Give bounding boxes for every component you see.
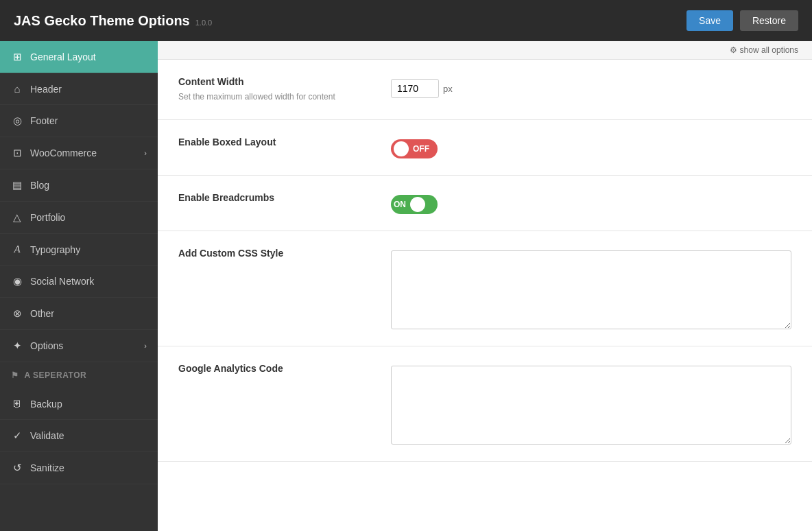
sidebar-item-label: Options: [30, 340, 63, 351]
content-width-section: Content Width Set the maximum allowed wi…: [158, 60, 812, 120]
sidebar-item-label: General Layout: [30, 51, 96, 62]
content-width-input[interactable]: [391, 79, 439, 98]
sidebar-separator: ⚑ A SEPERATOR: [0, 362, 158, 388]
validate-icon: ✓: [11, 429, 23, 442]
sidebar-item-validate[interactable]: ✓ Validate: [0, 420, 158, 452]
show-all-bar[interactable]: ⚙ show all options: [158, 41, 812, 60]
header-icon: ⌂: [11, 83, 23, 95]
toggle-label: OFF: [413, 144, 429, 154]
portfolio-icon: △: [11, 211, 23, 224]
typography-icon: A: [11, 244, 23, 255]
breadcrumbs-label-group: Enable Breadcrumbs: [178, 192, 370, 207]
toggle-label: ON: [394, 200, 406, 209]
separator-label: A SEPERATOR: [25, 370, 87, 380]
sidebar-item-label: Typography: [30, 244, 80, 255]
content-width-label-group: Content Width Set the maximum allowed wi…: [178, 76, 370, 103]
options-icon: ✦: [11, 340, 23, 352]
sidebar-item-header[interactable]: ⌂ Header: [0, 73, 158, 105]
app-version: 1.0.0: [195, 19, 212, 27]
sidebar-item-footer[interactable]: ◎ Footer: [0, 105, 158, 137]
analytics-section: Google Analytics Code: [158, 346, 812, 462]
blog-icon: ▤: [11, 179, 23, 191]
sidebar-item-portfolio[interactable]: △ Portfolio: [0, 202, 158, 234]
header-actions: Save Restore: [686, 10, 798, 31]
separator-icon: ⚑: [11, 370, 19, 380]
custom-css-control: [391, 248, 791, 329]
content-width-title: Content Width: [178, 76, 370, 87]
save-button[interactable]: Save: [686, 10, 733, 31]
content-area: ⚙ show all options Content Width Set the…: [158, 41, 812, 531]
boxed-layout-control: OFF: [391, 137, 791, 158]
analytics-title: Google Analytics Code: [178, 363, 370, 374]
content-width-control: px: [391, 76, 791, 98]
content-width-unit: px: [443, 84, 453, 94]
content-width-description: Set the maximum allowed width for conten…: [178, 91, 370, 103]
sidebar-item-label: Social Network: [30, 276, 94, 287]
sidebar-item-social-network[interactable]: ◉ Social Network: [0, 266, 158, 298]
breadcrumbs-toggle[interactable]: ON: [391, 195, 438, 214]
app-title: JAS Gecko Theme Options: [14, 13, 190, 29]
sidebar-item-label: WooCommerce: [30, 148, 97, 158]
sidebar: ⊞ General Layout ⌂ Header ◎ Footer ⊡ Woo…: [0, 41, 158, 531]
sidebar-item-blog[interactable]: ▤ Blog: [0, 169, 158, 202]
custom-css-title: Add Custom CSS Style: [178, 248, 370, 259]
breadcrumbs-control: ON: [391, 192, 791, 214]
custom-css-label-group: Add Custom CSS Style: [178, 248, 370, 263]
sidebar-item-other[interactable]: ⊗ Other: [0, 298, 158, 330]
sidebar-item-options[interactable]: ✦ Options ›: [0, 330, 158, 362]
sidebar-item-label: Blog: [30, 180, 49, 191]
backup-icon: ⛨: [11, 398, 23, 410]
chevron-right-icon: ›: [144, 342, 147, 350]
sidebar-item-general-layout[interactable]: ⊞ General Layout: [0, 41, 158, 73]
sidebar-item-label: Other: [30, 308, 54, 319]
breadcrumbs-section: Enable Breadcrumbs ON: [158, 176, 812, 231]
main-layout: ⊞ General Layout ⌂ Header ◎ Footer ⊡ Woo…: [0, 41, 812, 531]
sidebar-item-typography[interactable]: A Typography: [0, 234, 158, 266]
other-icon: ⊗: [11, 307, 23, 320]
show-all-label: show all options: [740, 45, 798, 55]
social-network-icon: ◉: [11, 275, 23, 287]
custom-css-textarea[interactable]: [391, 250, 791, 329]
sidebar-item-label: Header: [30, 84, 62, 95]
analytics-textarea[interactable]: [391, 366, 791, 445]
boxed-layout-section: Enable Boxed Layout OFF: [158, 120, 812, 176]
sidebar-item-label: Backup: [30, 399, 62, 410]
header-left: JAS Gecko Theme Options 1.0.0: [14, 13, 212, 29]
restore-button[interactable]: Restore: [740, 10, 798, 31]
chevron-right-icon: ›: [144, 149, 147, 157]
sidebar-item-label: Portfolio: [30, 212, 65, 223]
analytics-label-group: Google Analytics Code: [178, 363, 370, 378]
custom-css-section: Add Custom CSS Style: [158, 231, 812, 346]
footer-icon: ◎: [11, 115, 23, 127]
toggle-circle: [394, 141, 409, 156]
sanitize-icon: ↺: [11, 462, 23, 474]
app-header: JAS Gecko Theme Options 1.0.0 Save Resto…: [0, 0, 812, 41]
analytics-control: [391, 363, 791, 445]
breadcrumbs-title: Enable Breadcrumbs: [178, 192, 370, 203]
general-layout-icon: ⊞: [11, 51, 23, 63]
sidebar-item-sanitize[interactable]: ↺ Sanitize: [0, 452, 158, 484]
sidebar-item-woocommerce[interactable]: ⊡ WooCommerce ›: [0, 137, 158, 169]
boxed-layout-title: Enable Boxed Layout: [178, 137, 370, 148]
boxed-layout-toggle[interactable]: OFF: [391, 139, 438, 158]
sidebar-item-backup[interactable]: ⛨ Backup: [0, 388, 158, 420]
sidebar-item-label: Sanitize: [30, 462, 64, 473]
sidebar-item-label: Footer: [30, 115, 58, 126]
woocommerce-icon: ⊡: [11, 147, 23, 159]
toggle-circle: [410, 197, 425, 212]
settings-icon: ⚙: [730, 45, 737, 55]
boxed-layout-label-group: Enable Boxed Layout: [178, 137, 370, 152]
sidebar-item-label: Validate: [30, 430, 64, 441]
